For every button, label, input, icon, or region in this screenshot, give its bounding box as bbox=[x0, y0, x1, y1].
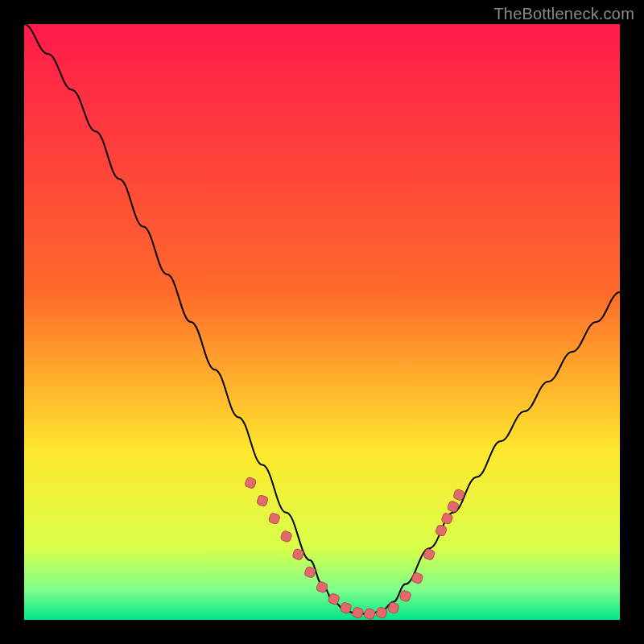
gradient-background bbox=[24, 24, 620, 620]
attribution-text: TheBottleneck.com bbox=[493, 5, 634, 23]
plot-area bbox=[24, 24, 620, 620]
chart-svg bbox=[24, 24, 620, 620]
chart-stage: TheBottleneck.com bbox=[0, 0, 644, 644]
